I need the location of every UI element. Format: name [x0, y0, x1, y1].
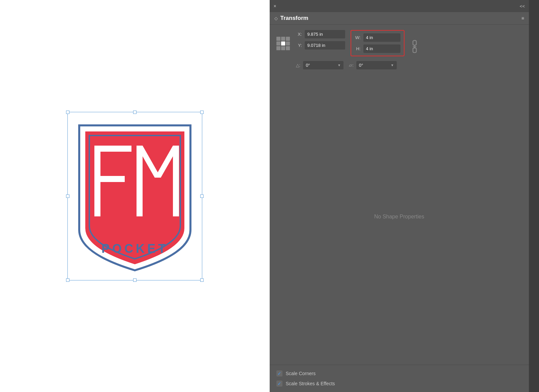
- panel-body: X: Y: W:: [270, 25, 529, 365]
- svg-text:POCKET: POCKET: [101, 242, 168, 255]
- close-button[interactable]: ×: [274, 3, 276, 9]
- link-icon-wrap[interactable]: [410, 39, 419, 54]
- scale-strokes-label: Scale Strokes & Effects: [286, 381, 335, 386]
- collapse-button[interactable]: <<: [520, 4, 525, 9]
- w-field-row: W:: [355, 33, 400, 42]
- shear-dropdown[interactable]: 0° ▼: [356, 61, 397, 69]
- panel-menu-icon[interactable]: ≡: [521, 16, 524, 21]
- logo-container: POCKET: [67, 112, 202, 280]
- rotation-icon: △:: [296, 63, 301, 68]
- shear-icon: ▱:: [349, 63, 354, 68]
- y-label: Y:: [296, 43, 302, 48]
- panel-topbar: × <<: [270, 0, 529, 12]
- grid-cell: [276, 46, 280, 50]
- check-icon: ✓: [277, 371, 281, 376]
- grid-cell: [286, 41, 290, 46]
- logo-svg: POCKET: [67, 112, 202, 280]
- check-icon: ✓: [277, 381, 281, 386]
- h-label: H:: [355, 46, 361, 51]
- grid-cell: [286, 37, 290, 41]
- x-input[interactable]: [305, 30, 345, 38]
- scale-strokes-checkbox[interactable]: ✓: [276, 381, 282, 387]
- svg-rect-2: [94, 176, 125, 182]
- scale-corners-row[interactable]: ✓ Scale Corners: [276, 370, 522, 376]
- reference-point-grid[interactable]: [276, 37, 291, 51]
- bottom-section: ✓ Scale Corners ✓ Scale Strokes & Effect…: [270, 365, 529, 392]
- xy-group: X: Y:: [296, 30, 345, 50]
- rotation-row: △: 0° ▼ ▱: 0° ▼: [296, 61, 522, 69]
- panel-title: Transform: [280, 15, 308, 22]
- right-side: × << ◇ Transform ≡: [270, 0, 539, 392]
- rotation-dropdown[interactable]: 0° ▼: [303, 61, 343, 69]
- canvas-area: POCKET: [0, 0, 270, 392]
- x-field-row: X:: [296, 30, 345, 38]
- grid-cell: [281, 37, 285, 41]
- fields-row: X: Y: W:: [276, 30, 522, 56]
- svg-rect-4: [173, 146, 179, 216]
- shear-group: ▱: 0° ▼: [349, 61, 397, 69]
- h-field-row: H:: [355, 44, 400, 53]
- shear-arrow: ▼: [391, 63, 394, 67]
- rotation-group: △: 0° ▼: [296, 61, 344, 69]
- sidebar-strip: [529, 0, 539, 392]
- scale-corners-checkbox[interactable]: ✓: [276, 370, 282, 376]
- rotation-value: 0°: [306, 63, 336, 68]
- grid-icon-wrap: [276, 37, 291, 51]
- grid-cell: [286, 46, 290, 50]
- svg-rect-3: [137, 146, 143, 216]
- svg-rect-1: [94, 146, 131, 152]
- wh-group: W: H:: [351, 30, 405, 56]
- y-field-row: Y:: [296, 41, 345, 50]
- rotation-arrow: ▼: [337, 63, 341, 67]
- no-shape-properties: No Shape Properties: [276, 74, 522, 359]
- w-input[interactable]: [363, 33, 400, 42]
- grid-cell: [281, 46, 285, 50]
- shear-value: 0°: [359, 63, 389, 68]
- diamond-icon: ◇: [274, 16, 278, 21]
- grid-cell-active: [281, 41, 285, 46]
- panel-title-row: ◇ Transform: [274, 15, 308, 22]
- y-input[interactable]: [305, 41, 345, 50]
- panel-header: ◇ Transform ≡: [270, 12, 529, 25]
- h-input[interactable]: [363, 44, 400, 53]
- scale-strokes-row[interactable]: ✓ Scale Strokes & Effects: [276, 381, 522, 387]
- w-label: W:: [355, 35, 361, 40]
- grid-cell: [276, 37, 280, 41]
- scale-corners-label: Scale Corners: [286, 371, 316, 376]
- x-label: X:: [296, 32, 302, 37]
- transform-panel: × << ◇ Transform ≡: [270, 0, 529, 392]
- grid-cell: [276, 41, 280, 46]
- wh-highlight: W: H:: [351, 30, 405, 56]
